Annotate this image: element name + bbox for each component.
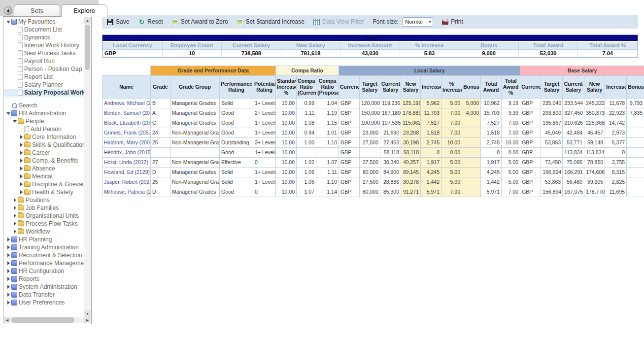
cell-new-salary-local[interactable]: 30,278 [401, 177, 421, 187]
scroll-right-icon[interactable]: ▶ [84, 317, 91, 323]
collapse-arrow-icon[interactable] [6, 19, 11, 24]
cell-bonus-local[interactable]: 4,000 [462, 108, 481, 118]
tree-item-document-list[interactable]: Document List [4, 26, 84, 34]
tree-item-person-position-gap[interactable]: Person - Position Gap [4, 65, 84, 73]
expand-arrow-icon[interactable] [6, 276, 11, 281]
employee-name[interactable]: Black, Elizabeth (2036) [104, 120, 151, 126]
employee-name-link[interactable]: Howland, Ed (2129) [102, 167, 151, 177]
cell-increase-local[interactable]: 4,245 [421, 167, 441, 177]
collapse-arrow-icon[interactable] [12, 119, 17, 124]
cell-bonus-local[interactable] [462, 167, 481, 177]
tree-item-people[interactable]: People [4, 117, 84, 125]
expand-arrow-icon[interactable] [6, 292, 11, 297]
tree-item-organisational-units[interactable]: Organisational Units [4, 212, 84, 220]
cell-bonus-local[interactable]: 5,000 [462, 98, 481, 108]
employee-name-link[interactable]: Jasper, Robert (2021) [102, 177, 151, 187]
employee-name-link[interactable]: Horst, Linda (2022) [102, 157, 151, 167]
expand-arrow-icon[interactable] [6, 269, 11, 273]
cell-new-salary-local[interactable]: 91,271 [401, 187, 421, 197]
expand-arrow-icon[interactable] [6, 300, 11, 305]
employee-name[interactable]: Andrews, Michael (2024) [104, 100, 151, 106]
expand-arrow-icon[interactable] [12, 198, 17, 203]
cell-new-salary-local[interactable]: 89,145 [401, 167, 421, 177]
expand-arrow-icon[interactable] [19, 150, 24, 155]
cell-new-salary-local[interactable]: 23,208 [401, 128, 421, 137]
print-button[interactable]: Print [442, 18, 463, 25]
cell-increase-local[interactable]: 5,962 [421, 98, 441, 108]
cell-increase-local[interactable]: 7.00 [441, 187, 462, 197]
tree-item-data-transfer[interactable]: Data Transfer [4, 291, 84, 299]
tree-item-comp-benefits[interactable]: Comp. & Benefits [4, 157, 84, 165]
employee-name-link[interactable]: Benton, Samuel (2001) [102, 108, 151, 118]
tree-vertical-scrollbar[interactable]: ▲ ▼ [84, 17, 91, 317]
expand-arrow-icon[interactable] [19, 182, 24, 187]
cell-new-salary-local[interactable]: 40,257 [401, 157, 421, 167]
tree-item-performance-management[interactable]: Performance Management [4, 259, 84, 267]
employee-name-link[interactable]: Black, Elizabeth (2036) [102, 118, 151, 128]
employee-name[interactable]: Milhouse, Patricia (2010) [104, 189, 151, 195]
tree-item-internal-work-history[interactable]: Internal Work History [4, 41, 84, 49]
employee-name[interactable]: Jasper, Robert (2021) [104, 179, 151, 185]
vertical-scroll-thumb[interactable] [85, 25, 90, 70]
cell-bonus-local[interactable] [462, 137, 481, 147]
tree-item-hr-administration[interactable]: HR Administration [4, 109, 84, 117]
tree-item-add-person[interactable]: Add Person [4, 125, 84, 133]
scroll-down-icon[interactable]: ▼ [84, 310, 91, 317]
tree-item-absence[interactable]: Absence [4, 165, 84, 172]
expand-arrow-icon[interactable] [19, 190, 24, 195]
cell-increase-local[interactable]: 0 [421, 147, 441, 157]
expand-arrow-icon[interactable] [12, 213, 17, 218]
tree-item-process-flow-tasks[interactable]: Process Flow Tasks [4, 220, 84, 228]
tab-sets[interactable]: Sets [14, 4, 60, 17]
tree-item-workflow[interactable]: Workflow [4, 228, 84, 236]
tree-item-health-safety[interactable]: Health & Safety [4, 188, 84, 196]
reset-button[interactable]: ↻ Reset [138, 18, 163, 25]
cell-increase-local[interactable]: 7.00 [441, 118, 462, 128]
tree-item-career[interactable]: Career [4, 149, 84, 157]
collapse-arrow-icon[interactable] [6, 111, 11, 116]
employee-name[interactable]: Grimes, Frank (2057) [104, 130, 151, 136]
save-button[interactable]: Save [107, 18, 129, 25]
tree-item-dynamics[interactable]: Dynamics [4, 34, 84, 41]
expand-arrow-icon[interactable] [19, 142, 24, 147]
cell-bonus-local[interactable] [462, 147, 481, 157]
tree-item-salary-planner[interactable]: Salary Planner [4, 81, 84, 89]
cell-increase-local[interactable]: 5.00 [441, 177, 462, 187]
cell-increase-local[interactable]: 1,518 [421, 128, 441, 137]
tree-item-discipline-grievance[interactable]: Discipline & Grievance [4, 180, 84, 188]
cell-new-salary-local[interactable]: 58,118 [401, 147, 421, 157]
cell-new-salary-local[interactable]: 178,883 [401, 108, 421, 118]
employee-name-link[interactable]: Grimes, Frank (2057) [102, 128, 151, 137]
cell-increase-local[interactable]: 7.00 [441, 128, 462, 137]
cell-bonus-local[interactable] [462, 187, 481, 197]
expand-arrow-icon[interactable] [6, 261, 11, 266]
scroll-up-icon[interactable]: ▲ [84, 17, 91, 24]
cell-increase-local[interactable]: 7,527 [421, 118, 441, 128]
expand-arrow-icon[interactable] [6, 245, 11, 250]
employee-name-link[interactable]: Milhouse, Patricia (2010) [102, 187, 151, 197]
font-size-select[interactable]: Normal ▾ [403, 17, 433, 27]
cell-bonus-local[interactable] [462, 128, 481, 137]
expand-arrow-icon[interactable] [12, 229, 17, 234]
expand-arrow-icon[interactable] [6, 284, 11, 289]
scroll-left-icon[interactable]: ◀ [4, 317, 10, 323]
set-award-to-zero-button[interactable]: Set Award to Zero [172, 18, 228, 25]
tree-item-hr-configuration[interactable]: HR Configuration [4, 267, 84, 275]
tree-item-new-process-tasks[interactable]: New Process Tasks [4, 49, 84, 57]
cell-increase-local[interactable]: 11,703 [421, 108, 441, 118]
cell-bonus-local[interactable] [462, 157, 481, 167]
expand-arrow-icon[interactable] [19, 158, 24, 163]
expand-arrow-icon[interactable] [6, 253, 11, 258]
cell-bonus-local[interactable] [462, 177, 481, 187]
tree-item-training-administration[interactable]: Training Administration [4, 243, 84, 251]
expand-arrow-icon[interactable] [19, 135, 24, 139]
collapse-sidebar-button[interactable] [4, 6, 12, 15]
tree-item-hr-planning[interactable]: HR Planning [4, 236, 84, 243]
expand-arrow-icon[interactable] [12, 221, 17, 226]
employee-name[interactable]: Howland, Ed (2129) [104, 169, 150, 175]
employee-name[interactable]: Haldrom, Mary (2003) [104, 139, 151, 145]
employee-name-link[interactable]: Hendrix, John (2015) [102, 147, 151, 157]
tree-item-recruitment-selection[interactable]: Recruitment & Selection [4, 251, 84, 259]
expand-arrow-icon[interactable] [6, 237, 11, 242]
expand-arrow-icon[interactable] [19, 174, 24, 179]
